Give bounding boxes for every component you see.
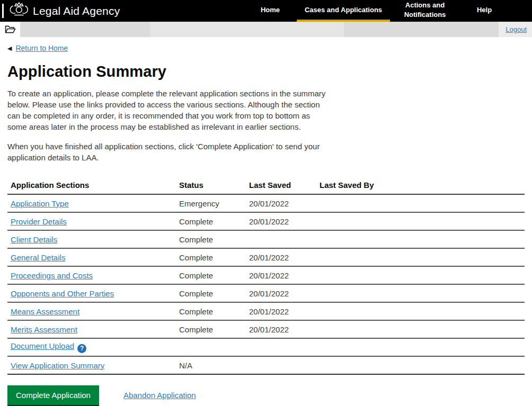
status-cell: Complete [179,302,249,320]
open-case-folder-icon[interactable] [0,22,20,37]
col-header-status: Status [179,176,249,194]
section-link[interactable]: General Details [11,253,65,262]
last-saved-cell [249,230,320,248]
table-header-row: Application Sections Status Last Saved L… [7,176,525,194]
section-link[interactable]: Document Upload [11,341,74,350]
last-saved-by-cell [320,194,525,212]
section-link[interactable]: Opponents and Other Parties [11,289,114,298]
section-link[interactable]: Client Details [11,235,57,244]
back-arrow-icon: ◀ [7,46,12,51]
application-sections-table: Application Sections Status Last Saved L… [7,176,525,375]
last-saved-cell: 20/01/2022 [249,212,320,230]
complete-application-button[interactable]: Complete Application [7,385,99,405]
last-saved-cell: 20/01/2022 [249,284,320,302]
case-toolbar: Logout [0,22,532,37]
table-row: Opponents and Other Parties Complete 20/… [7,284,525,302]
section-link[interactable]: Provider Details [11,217,67,226]
status-cell: Complete [179,320,249,338]
last-saved-cell: 20/01/2022 [249,194,320,212]
last-saved-cell: 20/01/2022 [249,248,320,266]
nav-item-actions-and-notifications[interactable]: Actions and Notifications [390,0,460,22]
last-saved-by-cell [320,230,525,248]
last-saved-cell: 20/01/2022 [249,302,320,320]
toolbar-segment [150,22,344,37]
section-link[interactable]: Merits Assessment [11,325,77,334]
status-cell: Complete [179,266,249,284]
nav-item-label: Actions and Notifications [397,1,453,19]
logout-link[interactable]: Logout [506,25,527,33]
table-row: Merits Assessment Complete 20/01/2022 [7,320,525,338]
last-saved-cell: 20/01/2022 [249,320,320,338]
status-cell: Complete [179,284,249,302]
status-cell: Complete [179,230,249,248]
last-saved-by-cell [320,320,525,338]
col-header-last-saved-by: Last Saved By [320,176,525,194]
main-content: ◀ Return to Home Application Summary To … [0,44,532,405]
nav-item-help[interactable]: Help [460,0,509,22]
last-saved-by-cell [320,356,525,374]
table-row: Provider Details Complete 20/01/2022 [7,212,525,230]
section-link[interactable]: Means Assessment [11,307,79,316]
table-row: View Application Summary N/A [7,356,525,374]
table-row: General Details Complete 20/01/2022 [7,248,525,266]
table-row: Client Details Complete [7,230,525,248]
last-saved-by-cell [320,338,525,356]
last-saved-by-cell [320,284,525,302]
last-saved-by-cell [320,266,525,284]
nav-item-label: Help [477,5,492,15]
col-header-last-saved: Last Saved [249,176,320,194]
table-row: Document Upload? [7,338,525,356]
table-body: Application Type Emergency 20/01/2022 Pr… [7,194,525,374]
last-saved-cell: 20/01/2022 [249,266,320,284]
nav-item-label: Cases and Applications [305,5,382,15]
app-header: Legal Aid Agency Home Cases and Applicat… [0,0,532,22]
intro-paragraph-1: To create an application, please complet… [7,88,329,132]
last-saved-by-cell [320,212,525,230]
app-title: Legal Aid Agency [33,5,120,17]
table-row: Means Assessment Complete 20/01/2022 [7,302,525,320]
table-row: Application Type Emergency 20/01/2022 [7,194,525,212]
toolbar-segment [20,22,150,37]
section-link[interactable]: View Application Summary [11,361,104,370]
last-saved-by-cell [320,302,525,320]
royal-crest-icon [7,2,29,20]
help-question-icon[interactable]: ? [77,344,86,353]
abandon-application-link[interactable]: Abandon Application [123,391,196,400]
action-bar: Complete Application Abandon Application [7,385,525,405]
last-saved-cell [249,356,320,374]
section-link[interactable]: Application Type [11,199,69,208]
last-saved-cell [249,338,320,356]
status-cell: Emergency [179,194,249,212]
status-cell: N/A [179,356,249,374]
back-row: ◀ Return to Home [7,44,525,52]
col-header-sections: Application Sections [7,176,179,194]
last-saved-by-cell [320,248,525,266]
page-title: Application Summary [7,63,525,80]
header-left-bar [2,4,4,18]
status-cell: Complete [179,248,249,266]
status-cell [179,338,249,356]
table-row: Proceedings and Costs Complete 20/01/202… [7,266,525,284]
return-home-link[interactable]: Return to Home [15,44,68,52]
toolbar-segment [344,22,499,37]
nav-item-cases-and-applications[interactable]: Cases and Applications [297,0,390,22]
intro-text: To create an application, please complet… [7,88,329,163]
section-link[interactable]: Proceedings and Costs [11,271,93,280]
status-cell: Complete [179,212,249,230]
intro-paragraph-2: When you have finished all application s… [7,141,329,163]
nav-item-home[interactable]: Home [244,0,297,22]
nav-item-label: Home [261,5,280,15]
primary-nav: Home Cases and Applications Actions and … [244,0,509,22]
toolbar-segment: Logout [499,22,532,37]
